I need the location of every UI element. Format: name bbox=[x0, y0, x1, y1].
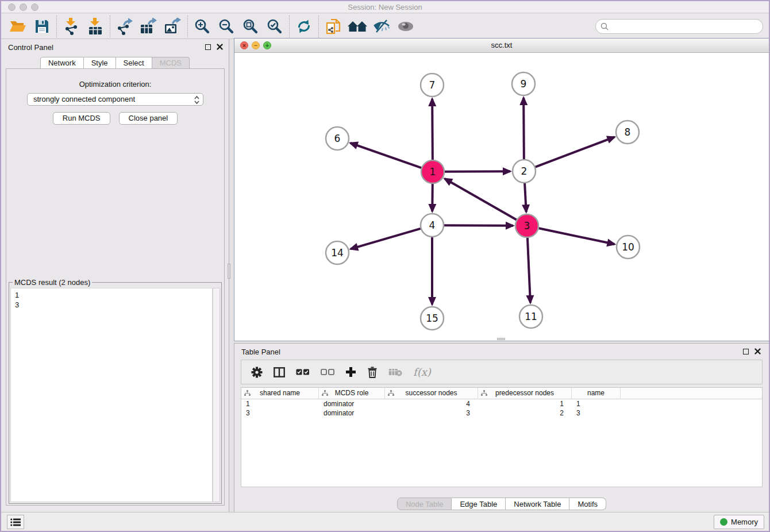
network-canvas[interactable]: 7968124314101511 bbox=[234, 53, 769, 341]
tab-select[interactable]: Select bbox=[116, 57, 152, 69]
float-panel-icon[interactable] bbox=[205, 44, 211, 50]
table-row[interactable]: 1dominator411 bbox=[241, 399, 762, 408]
graph-edge-3-11[interactable] bbox=[528, 238, 530, 303]
network-window-title: scc.txt bbox=[234, 41, 769, 49]
columns-icon[interactable] bbox=[274, 367, 285, 377]
table-body: 1dominator4113dominator323 bbox=[241, 399, 762, 418]
mcds-result-legend: MCDS result (2 nodes) bbox=[13, 278, 92, 287]
graph-node-label: 1 bbox=[430, 166, 436, 178]
search-input[interactable] bbox=[609, 21, 763, 32]
column-header-predecessor-nodes[interactable]: predecessor nodes bbox=[478, 388, 572, 399]
table-cell[interactable]: 4 bbox=[385, 399, 478, 408]
tab-node-table[interactable]: Node Table bbox=[397, 498, 452, 510]
graph-edge-4-14[interactable] bbox=[351, 229, 421, 249]
table-cell[interactable]: 1 bbox=[241, 399, 319, 408]
sort-tree-icon bbox=[481, 390, 487, 396]
close-panel-button[interactable]: Close panel bbox=[119, 112, 178, 125]
graph-edge-1-7[interactable] bbox=[432, 99, 433, 160]
application-window: Session: New Session bbox=[0, 0, 770, 532]
float-table-panel-icon[interactable] bbox=[743, 349, 749, 354]
graph-node-label: 6 bbox=[334, 133, 341, 144]
close-panel-icon[interactable] bbox=[217, 44, 223, 50]
task-history-button[interactable] bbox=[7, 515, 24, 529]
save-session-icon[interactable] bbox=[30, 16, 54, 37]
control-panel-tabs: NetworkStyleSelectMCDS bbox=[1, 57, 229, 69]
graph-node-label: 15 bbox=[426, 313, 438, 324]
close-table-panel-icon[interactable] bbox=[754, 348, 761, 354]
function-builder-icon[interactable]: f(x) bbox=[413, 366, 431, 378]
panel-splitter-handle[interactable] bbox=[228, 264, 230, 279]
column-header-name[interactable]: name bbox=[572, 388, 621, 399]
column-header-successor-nodes[interactable]: successor nodes bbox=[385, 388, 478, 399]
home-layout-icon[interactable] bbox=[345, 16, 369, 37]
table-cell[interactable]: dominator bbox=[319, 408, 385, 418]
result-scrollbar[interactable] bbox=[213, 288, 220, 502]
graph-edge-3-1[interactable] bbox=[445, 179, 517, 220]
deselect-all-checkboxes-icon[interactable] bbox=[321, 369, 334, 375]
zoom-selected-icon[interactable] bbox=[263, 16, 287, 37]
selected-option: strongly connected component bbox=[33, 95, 135, 103]
table-cell[interactable]: 3 bbox=[385, 408, 478, 418]
zoom-in-icon[interactable] bbox=[190, 16, 214, 37]
column-header-shared-name[interactable]: shared name bbox=[241, 388, 319, 399]
mcds-result-line: 3 bbox=[15, 300, 208, 310]
sort-tree-icon bbox=[388, 390, 394, 396]
column-header-mcds-role[interactable]: MCDS role bbox=[319, 388, 385, 399]
search-box[interactable] bbox=[595, 19, 763, 34]
network-view-window: × − + scc.txt 7968124314101511 bbox=[234, 38, 769, 341]
table-cell[interactable]: 3 bbox=[241, 408, 319, 418]
duplicate-network-icon[interactable] bbox=[321, 16, 345, 37]
mcds-result-line: 1 bbox=[15, 290, 208, 300]
open-file-icon[interactable] bbox=[6, 16, 30, 37]
table-cell[interactable]: 1 bbox=[572, 399, 621, 408]
table-cell[interactable]: 2 bbox=[478, 408, 572, 418]
network-window-titlebar[interactable]: × − + scc.txt bbox=[234, 38, 769, 53]
delete-row-icon[interactable] bbox=[367, 367, 378, 378]
mcds-result-text[interactable]: 13 bbox=[10, 288, 213, 502]
tab-network-table[interactable]: Network Table bbox=[506, 498, 569, 510]
add-row-icon[interactable] bbox=[345, 367, 356, 377]
graph-edge-2-8[interactable] bbox=[536, 137, 615, 167]
optimization-criterion-label: Optimization criterion: bbox=[6, 80, 224, 88]
sort-tree-icon bbox=[244, 390, 251, 396]
table-row[interactable]: 3dominator323 bbox=[241, 408, 762, 418]
optimization-criterion-select[interactable]: strongly connected component bbox=[27, 93, 203, 106]
network-graph: 7968124314101511 bbox=[234, 53, 769, 341]
status-bar: Memory bbox=[1, 512, 769, 531]
export-table-icon[interactable] bbox=[137, 16, 161, 37]
delete-table-icon[interactable] bbox=[388, 368, 402, 376]
zoom-out-icon[interactable] bbox=[214, 16, 238, 37]
refresh-view-icon[interactable] bbox=[292, 16, 316, 37]
tab-edge-table[interactable]: Edge Table bbox=[452, 498, 506, 510]
graph-edge-1-2[interactable] bbox=[445, 171, 510, 172]
tab-mcds[interactable]: MCDS bbox=[152, 57, 190, 69]
import-table-icon[interactable] bbox=[83, 16, 107, 37]
settings-gear-icon[interactable] bbox=[251, 367, 263, 378]
graph-edge-2-9[interactable] bbox=[523, 98, 524, 159]
zoom-fit-icon[interactable] bbox=[238, 16, 263, 37]
graph-edge-3-10[interactable] bbox=[539, 228, 615, 244]
graph-edge-4-3[interactable] bbox=[444, 225, 513, 226]
graph-edge-1-4[interactable] bbox=[432, 184, 433, 211]
show-graphics-details-icon[interactable] bbox=[394, 16, 418, 37]
hide-graphics-details-icon[interactable] bbox=[369, 16, 394, 37]
graph-node-label: 8 bbox=[625, 126, 631, 138]
table-cell[interactable]: 3 bbox=[572, 408, 621, 418]
import-network-icon[interactable] bbox=[59, 16, 83, 37]
run-mcds-button[interactable]: Run MCDS bbox=[53, 112, 110, 125]
memory-button[interactable]: Memory bbox=[714, 515, 764, 529]
canvas-resize-handle[interactable] bbox=[497, 338, 505, 340]
tab-network[interactable]: Network bbox=[40, 57, 84, 69]
tab-style[interactable]: Style bbox=[84, 57, 116, 69]
search-icon bbox=[600, 22, 609, 30]
table-cell[interactable]: 1 bbox=[478, 399, 572, 408]
app-titlebar: Session: New Session bbox=[1, 1, 769, 13]
export-image-icon[interactable] bbox=[161, 16, 185, 37]
graph-edge-2-3[interactable] bbox=[525, 183, 526, 212]
tab-motifs[interactable]: Motifs bbox=[569, 498, 606, 510]
graph-edge-1-6[interactable] bbox=[351, 143, 422, 168]
table-cell[interactable]: dominator bbox=[319, 399, 385, 408]
graph-node-label: 11 bbox=[525, 311, 537, 322]
export-network-icon[interactable] bbox=[113, 16, 137, 37]
select-all-checkboxes-icon[interactable] bbox=[296, 369, 310, 375]
